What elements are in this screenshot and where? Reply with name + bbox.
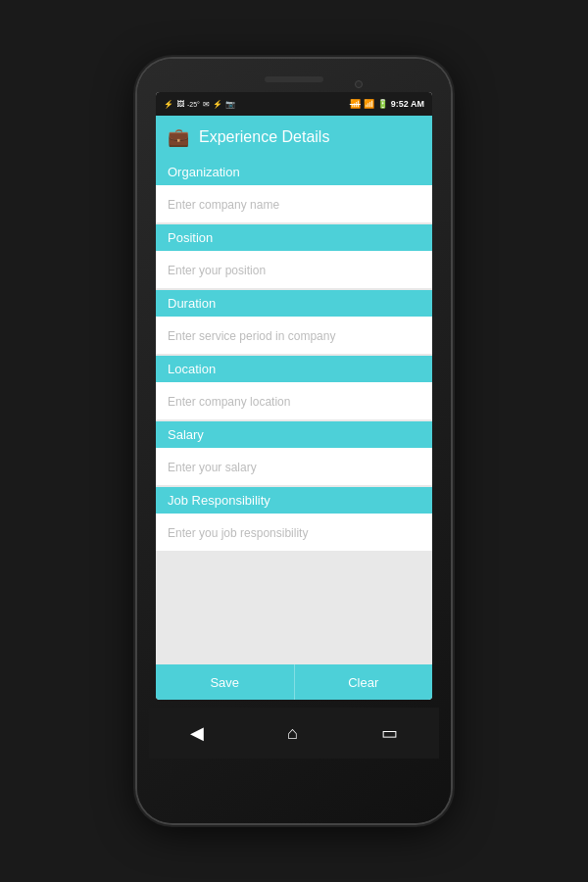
job-responsibility-input-wrapper xyxy=(156,514,432,551)
navigation-bar: ◀ ⌂ ▭ xyxy=(149,708,439,759)
form-content: Organization Position Duration xyxy=(156,159,432,664)
phone-frame: ⚡ 🖼 -25° ✉ ⚡ 📷 📶 📶 🔋 9:52 AM 💼 Experienc… xyxy=(137,59,451,823)
organization-group: Organization xyxy=(156,159,432,222)
home-button[interactable]: ⌂ xyxy=(271,715,314,752)
organization-input[interactable] xyxy=(168,198,420,212)
battery-icon: 🔋 xyxy=(377,99,388,109)
duration-input[interactable] xyxy=(168,329,420,343)
location-label: Location xyxy=(156,356,432,382)
usb2-icon: ⚡ xyxy=(213,100,222,109)
back-button[interactable]: ◀ xyxy=(174,714,220,752)
position-input-wrapper xyxy=(156,251,432,288)
signal-off-icon: 📶 xyxy=(350,99,361,109)
location-group: Location xyxy=(156,356,432,419)
job-responsibility-label: Job Responsibility xyxy=(156,487,432,514)
signal-icon: 📶 xyxy=(364,99,374,109)
temp-icon: -25° xyxy=(187,101,200,108)
location-input[interactable] xyxy=(168,395,420,409)
status-bar: ⚡ 🖼 -25° ✉ ⚡ 📷 📶 📶 🔋 9:52 AM xyxy=(156,92,432,116)
salary-input[interactable] xyxy=(168,461,420,474)
duration-input-wrapper xyxy=(156,317,432,354)
salary-input-wrapper xyxy=(156,448,432,485)
location-input-wrapper xyxy=(156,382,432,419)
phone-speaker xyxy=(265,76,323,82)
position-input[interactable] xyxy=(168,264,420,277)
organization-input-wrapper xyxy=(156,185,432,222)
salary-label: Salary xyxy=(156,421,432,448)
organization-label: Organization xyxy=(156,159,432,185)
clear-button[interactable]: Clear xyxy=(295,664,433,700)
app-title: Experience Details xyxy=(199,128,329,146)
bottom-buttons: Save Clear xyxy=(156,664,432,700)
salary-group: Salary xyxy=(156,421,432,485)
image-icon: 🖼 xyxy=(176,100,184,109)
job-responsibility-group: Job Responsibility xyxy=(156,487,432,551)
cam-icon: 📷 xyxy=(225,100,235,109)
position-group: Position xyxy=(156,224,432,288)
usb-icon: ⚡ xyxy=(164,100,173,109)
status-right: 📶 📶 🔋 9:52 AM xyxy=(350,99,424,109)
duration-label: Duration xyxy=(156,290,432,317)
status-left-icons: ⚡ 🖼 -25° ✉ ⚡ 📷 xyxy=(164,100,235,109)
recent-button[interactable]: ▭ xyxy=(366,714,414,752)
duration-group: Duration xyxy=(156,290,432,354)
app-bar: 💼 Experience Details xyxy=(156,116,432,159)
phone-camera xyxy=(355,80,363,88)
briefcase-icon: 💼 xyxy=(168,126,189,148)
save-button[interactable]: Save xyxy=(156,664,295,700)
msg-icon: ✉ xyxy=(203,100,210,109)
phone-screen: ⚡ 🖼 -25° ✉ ⚡ 📷 📶 📶 🔋 9:52 AM 💼 Experienc… xyxy=(156,92,432,700)
position-label: Position xyxy=(156,224,432,251)
job-responsibility-input[interactable] xyxy=(168,526,420,540)
status-time: 9:52 AM xyxy=(391,99,424,109)
